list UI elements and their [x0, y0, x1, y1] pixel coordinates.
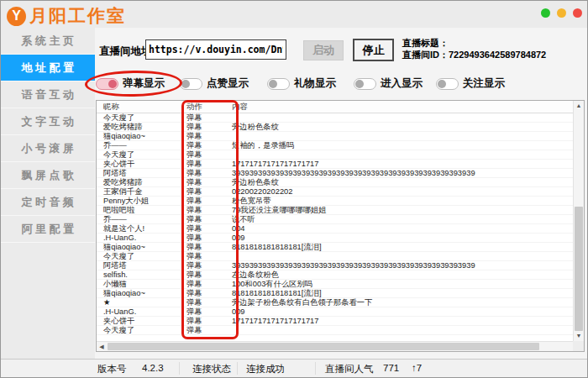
table-row[interactable]: 王家俏千金弹幕02200220202202 [97, 187, 573, 197]
cell-nickname: 猫qiaoqiao~ [97, 132, 176, 140]
toggle-group-4[interactable]: 进入显示 [354, 76, 423, 91]
horizontal-scroll-thumb[interactable] [108, 343, 539, 350]
column-header-content: 内容 [227, 101, 573, 113]
cell-nickname: 夹心饼干 [97, 317, 176, 325]
toggle-switch-off[interactable] [436, 78, 459, 90]
cell-nickname: 阿塔塔 [97, 261, 176, 270]
horizontal-scrollbar[interactable]: ◀ [97, 341, 573, 351]
toggle-knob [355, 80, 364, 88]
cell-nickname: 今天瘦了 [97, 252, 176, 260]
table-row[interactable]: 今天瘦了弹幕 [97, 150, 573, 160]
cell-action: 弹幕 [176, 169, 227, 177]
table-row[interactable]: ★弹幕旁边架子粉色条纹有白色领子那条看一下 [97, 298, 573, 307]
cell-nickname: 小懒猫 [97, 280, 176, 288]
vertical-scroll-thumb[interactable] [575, 207, 583, 331]
sidebar-item-8[interactable]: 阿里配置 [1, 216, 95, 243]
cell-nickname: .H-UanG. [97, 307, 176, 316]
table-row[interactable]: 猫qiaoqiao~弹幕 [97, 132, 573, 141]
sidebar-item-7[interactable]: 定时音频 [1, 189, 95, 216]
window-zoom-button[interactable] [541, 8, 550, 18]
cell-action: 弹幕 [176, 307, 227, 316]
cell-content [227, 132, 573, 140]
toggle-switch-off[interactable] [354, 78, 376, 90]
cell-nickname: 就是这个人! [97, 224, 176, 233]
table-row[interactable]: 小懒猫弹幕100和003有什么区别吗 [97, 280, 573, 289]
toggle-label: 关注显示 [463, 76, 505, 91]
cell-content: 009 [227, 307, 573, 316]
room-url-input[interactable] [145, 39, 286, 60]
cell-nickname: 猫qiaoqiao~ [97, 243, 176, 251]
cell-action: 弹幕 [176, 160, 227, 168]
table-row[interactable]: selfish.弹幕左边条纹粉色 [97, 270, 573, 280]
stop-button[interactable]: 停止 [353, 39, 394, 61]
sidebar-item-5[interactable]: 小号滚屏 [1, 135, 95, 162]
table-row[interactable]: 阿塔塔弹幕39393939393939393939393939393939393… [97, 261, 573, 270]
cell-action: 弹幕 [176, 197, 227, 205]
cell-content: 100和003有什么区别吗 [227, 280, 573, 288]
cell-nickname: selfish. [97, 270, 176, 279]
cell-action: 弹幕 [176, 187, 227, 196]
cell-content: 旁边粉色条纹 [227, 123, 573, 131]
start-button[interactable]: 启动 [303, 40, 344, 60]
scroll-up-icon[interactable]: ▲ [574, 101, 584, 111]
toggle-group-3[interactable]: 礼物显示 [267, 76, 336, 91]
table-row[interactable]: .H-UanG.弹幕009 [97, 234, 573, 243]
table-row[interactable]: 乔——弹幕短袖的，是录播吗 [97, 141, 573, 150]
cell-content: 17171717171717171717 [227, 160, 573, 168]
toggle-group-1[interactable]: 弹幕显示 [96, 76, 165, 91]
version-label: 版本号 [97, 363, 127, 375]
cell-action: 弹幕 [176, 280, 227, 288]
scrollbar-corner [573, 341, 584, 351]
cell-content: 009 [227, 234, 573, 242]
scroll-left-icon[interactable]: ◀ [97, 342, 107, 351]
table-row[interactable]: 今天瘦了弹幕 [97, 252, 573, 261]
table-row[interactable]: 就是这个人!弹幕004 [97, 224, 573, 234]
cell-action: 弹幕 [176, 317, 227, 325]
cell-action: 弹幕 [176, 243, 227, 251]
toggle-label: 进入显示 [381, 76, 423, 91]
table-row[interactable]: 乔——弹幕说不听 [97, 215, 573, 224]
cell-action: 弹幕 [176, 132, 227, 140]
cell-nickname: 爱吃烤猪蹄 [97, 178, 176, 186]
cell-nickname: 阿塔塔 [97, 169, 176, 177]
table-row[interactable]: 夹心饼干弹幕17171717171717171717 [97, 160, 573, 169]
popularity-value: 771 [383, 363, 399, 373]
sidebar-item-6[interactable]: 飘屏点歌 [1, 162, 95, 189]
cell-content [227, 252, 573, 260]
room-url-label: 直播间地址 [99, 45, 152, 59]
table-row[interactable]: 猫qiaoqiao~弹幕8181818181818181[流泪] [97, 289, 573, 298]
column-header-action: 动作 [176, 101, 227, 113]
table-row[interactable]: 今天瘦了弹幕 [97, 113, 573, 123]
connection-label: 连接状态 [192, 363, 231, 375]
toggle-switch-on[interactable] [96, 78, 118, 90]
table-row[interactable]: Penny大小姐弹幕粉色宽吊带 [97, 197, 573, 206]
cell-content: 8181818181818181[流泪] [227, 243, 573, 251]
toggle-group-2[interactable]: 点赞显示 [180, 76, 249, 91]
scroll-down-icon[interactable]: ▼ [574, 331, 584, 341]
window-close-button[interactable] [573, 8, 582, 18]
cell-content: 17171717171717171717 [227, 317, 573, 325]
cell-nickname: Penny大小姐 [97, 197, 176, 205]
table-row[interactable]: .H-UanG.弹幕009 [97, 307, 573, 317]
cell-nickname: 吧啦吧啦 [97, 206, 176, 214]
toggle-switch-off[interactable] [267, 78, 290, 90]
sidebar-item-1[interactable]: 系统主页 [1, 28, 95, 55]
status-separator [179, 362, 180, 375]
sidebar-item-4[interactable]: 文字互动 [1, 108, 95, 135]
logo-icon: Y [7, 7, 26, 26]
vertical-scrollbar[interactable]: ▲ ▼ [573, 101, 584, 341]
window-minimize-button[interactable] [557, 8, 566, 18]
toggle-group-5[interactable]: 关注显示 [436, 76, 505, 91]
cell-nickname: 夹心饼干 [97, 160, 176, 168]
live-info: 直播标题： 直播间ID：7229493642589784872 [402, 37, 546, 60]
table-row[interactable]: 爱吃烤猪蹄弹幕旁边粉色条纹 [97, 178, 573, 187]
table-row[interactable]: 阿塔塔弹幕39393939393939393939393939393939393… [97, 169, 573, 178]
table-row[interactable]: 今天瘦了弹幕 [97, 326, 573, 335]
cell-content: 旁边架子粉色条纹有白色领子那条看一下 [227, 298, 573, 307]
table-row[interactable]: 吧啦吧啦弹幕79我还没注意哪哪哪哪姐姐 [97, 206, 573, 215]
table-row[interactable]: 夹心饼干弹幕17171717171717171717 [97, 317, 573, 326]
table-row[interactable]: 猫qiaoqiao~弹幕8181818181818181[流泪] [97, 243, 573, 252]
toggle-switch-off[interactable] [180, 78, 202, 90]
cell-nickname: .H-UanG. [97, 234, 176, 242]
table-row[interactable]: 爱吃烤猪蹄弹幕旁边粉色条纹 [97, 123, 573, 132]
